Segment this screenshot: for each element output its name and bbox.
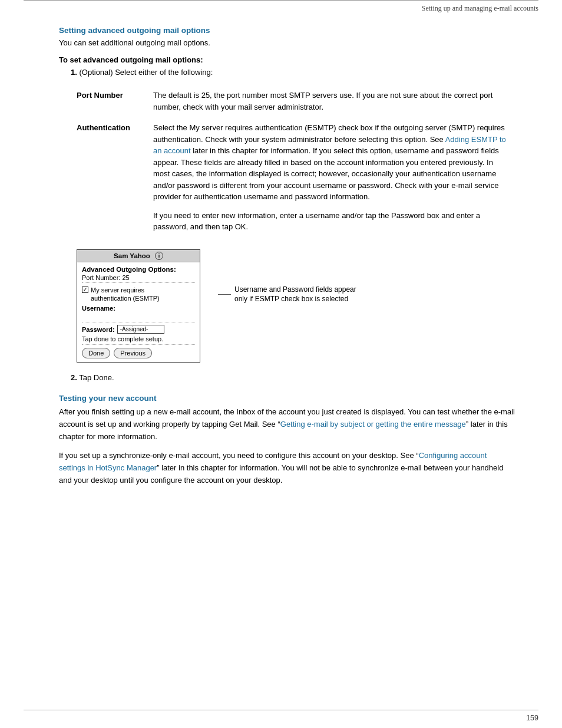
- connector-line: [218, 294, 231, 295]
- get-mail-link[interactable]: Getting e-mail by subject or getting the…: [280, 420, 466, 429]
- device-section-label: Advanced Outgoing Options:: [82, 266, 195, 273]
- def-auth: Select the My server requires authentica…: [141, 117, 515, 238]
- section1-intro: You can set additional outgoing mail opt…: [59, 38, 515, 47]
- device-checkbox-area: ✓ My server requiresauthentication (ESMT…: [82, 286, 195, 303]
- checkbox-label-text: My server requiresauthentication (ESMTP): [91, 286, 160, 303]
- device-port-line: Port Number: 25: [82, 274, 195, 283]
- device-screenshot: Sam Yahoo i Advanced Outgoing Options: P…: [77, 249, 200, 363]
- device-area: Sam Yahoo i Advanced Outgoing Options: P…: [77, 249, 515, 363]
- content: Setting advanced outgoing mail options Y…: [0, 26, 562, 487]
- step2-num: 2.: [71, 373, 77, 382]
- device-title: Sam Yahoo: [114, 252, 150, 259]
- step2-text: Tap Done.: [79, 373, 114, 382]
- header-right: Setting up and managing e-mail accounts: [0, 4, 562, 15]
- device-done-button[interactable]: Done: [82, 348, 110, 358]
- top-rule: [24, 0, 538, 4]
- page-number: 159: [24, 714, 538, 722]
- checkbox-check: ✓: [83, 286, 88, 292]
- device-password-field[interactable]: -Assigned-: [117, 325, 164, 334]
- device-username-label: Username:: [82, 305, 195, 312]
- section1-title: Setting advanced outgoing mail options: [59, 26, 515, 35]
- device-caption: Username and Password fields appear only…: [218, 249, 365, 305]
- page: Setting up and managing e-mail accounts …: [0, 0, 562, 728]
- device-password-line: Password: -Assigned-: [82, 325, 195, 334]
- term-port: Port Number: [59, 85, 141, 117]
- auth-text-2: later in this chapter for information. I…: [153, 146, 499, 201]
- step1: 1. (Optional) Select either of the follo…: [71, 68, 515, 77]
- def-table: Port Number The default is 25, the port …: [59, 85, 515, 238]
- device-username-field[interactable]: [82, 312, 195, 322]
- para2-text1: If you set up a synchronize-only e-mail …: [59, 451, 419, 460]
- step1-text: (Optional) Select either of the followin…: [79, 68, 213, 77]
- device-body: Advanced Outgoing Options: Port Number: …: [77, 262, 200, 363]
- section2-title: Testing your new account: [59, 394, 515, 403]
- def-port: The default is 25, the port number most …: [141, 85, 515, 117]
- term-auth: Authentication: [59, 117, 141, 238]
- section2-para2: If you set up a synchronize-only e-mail …: [59, 450, 515, 486]
- step1-num: 1.: [71, 68, 77, 77]
- sub-heading: To set advanced outgoing mail options:: [59, 55, 515, 64]
- footer: 159: [0, 710, 562, 728]
- device-titlebar: Sam Yahoo i: [77, 250, 200, 262]
- step2: 2. Tap Done.: [71, 373, 515, 382]
- section2-para1: After you finish setting up a new e-mail…: [59, 406, 515, 443]
- header-text: Setting up and managing e-mail accounts: [422, 4, 538, 12]
- bottom-rule: [24, 710, 538, 710]
- def-row-auth: Authentication Select the My server requ…: [59, 117, 515, 238]
- device-buttons: Done Previous: [82, 348, 195, 358]
- caption-connector: Username and Password fields appear only…: [218, 285, 365, 305]
- def-row-port: Port Number The default is 25, the port …: [59, 85, 515, 117]
- device-tap-line: Tap done to complete setup.: [82, 335, 195, 345]
- esmtp-checkbox[interactable]: ✓: [82, 286, 88, 293]
- device-password-label: Password:: [82, 326, 115, 333]
- auth-para2: If you need to enter new information, en…: [153, 210, 509, 233]
- device-previous-button[interactable]: Previous: [114, 348, 152, 358]
- caption-text: Username and Password fields appear only…: [234, 285, 365, 305]
- info-icon: i: [155, 252, 163, 260]
- get-mail-link-text: Getting e-mail by subject or getting the…: [280, 420, 466, 429]
